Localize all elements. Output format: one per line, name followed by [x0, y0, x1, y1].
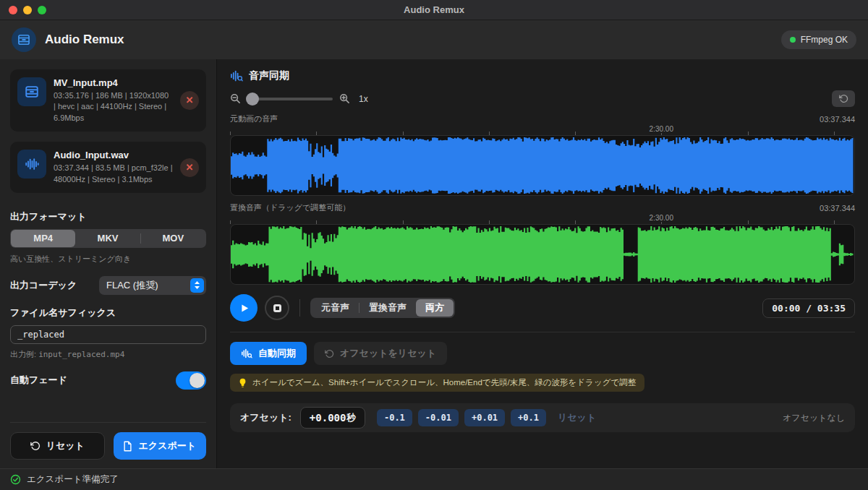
audio-file-name: Audio_Input.wav [54, 150, 173, 160]
playback-mode-segmented: 元音声 置換音声 両方 [310, 298, 455, 318]
reset-offset-icon [325, 349, 334, 358]
sync-panel-title: 音声同期 [249, 69, 289, 82]
format-option-mkv[interactable]: MKV [75, 230, 140, 247]
file-card-audio: Audio_Input.wav 03:37.344 | 83.5 MB | pc… [10, 142, 206, 193]
play-icon [239, 303, 250, 314]
titlebar: Audio Remux [0, 0, 868, 20]
tip-text: ホイールでズーム、Shift+ホイールでスクロール、Home/Endで先頭/末尾… [252, 377, 636, 388]
timeline-ruler-replacement: 2:30.00 [230, 213, 855, 224]
original-track-label: 元動画の音声 [230, 113, 278, 124]
output-format-segmented: MP4 MKV MOV [10, 229, 206, 248]
select-stepper-icon [190, 278, 204, 293]
format-hint: 高い互換性、ストリーミング向き [10, 254, 206, 265]
waveform-replacement[interactable] [230, 224, 855, 285]
output-example-value: input_replaced.mp4 [38, 350, 124, 359]
format-option-mp4[interactable]: MP4 [11, 230, 75, 247]
offset-step-plus-0-1[interactable]: +0.1 [511, 409, 546, 426]
auto-sync-button[interactable]: 自動同期 [230, 342, 307, 365]
original-track-duration: 03:37.344 [820, 115, 855, 124]
reset-offset-button[interactable]: オフセットをリセット [314, 342, 447, 365]
format-option-mov[interactable]: MOV [141, 230, 205, 247]
suffix-input[interactable] [10, 325, 206, 344]
zoom-out-icon[interactable] [230, 93, 241, 104]
playback-time: 00:00 / 03:35 [762, 298, 855, 318]
auto-fade-label: 自動フェード [10, 374, 67, 387]
app-logo-icon [12, 27, 36, 52]
tip-banner: ホイールでズーム、Shift+ホイールでスクロール、Home/Endで先頭/末尾… [230, 374, 644, 392]
film-icon [17, 77, 46, 106]
codec-label: 出力コーデック [10, 279, 77, 292]
window-title: Audio Remux [0, 4, 868, 15]
export-button[interactable]: エクスポート [114, 432, 207, 460]
stop-icon [273, 304, 281, 312]
zoom-slider[interactable] [247, 98, 333, 100]
reset-zoom-button[interactable] [832, 90, 855, 107]
offset-bar: オフセット: +0.000 秒 -0.1 -0.01 +0.01 +0.1 リセ… [230, 403, 855, 432]
offset-step-minus-0-1[interactable]: -0.1 [377, 409, 412, 426]
audio-sync-icon [230, 70, 243, 82]
waveform-icon [17, 150, 46, 179]
waveform-original[interactable] [230, 135, 855, 196]
stop-button[interactable] [265, 296, 289, 320]
mode-replacement[interactable]: 置換音声 [359, 299, 416, 317]
zoom-level-label: 1x [359, 94, 368, 104]
audio-file-meta: 03:37.344 | 83.5 MB | pcm_f32le | 48000H… [54, 163, 173, 185]
video-file-meta: 03:35.176 | 186 MB | 1920x1080 | hevc | … [54, 90, 173, 124]
remove-video-button[interactable]: ✕ [180, 91, 199, 110]
offset-status-text: オフセットなし [783, 412, 845, 424]
sync-panel: 音声同期 1x [217, 59, 868, 468]
zoom-slider-thumb[interactable] [246, 93, 259, 106]
status-text: エクスポート準備完了 [27, 473, 118, 486]
codec-selected-value: FLAC (推奨) [106, 279, 190, 292]
mode-both[interactable]: 両方 [416, 299, 454, 317]
export-file-icon [123, 441, 132, 452]
sidebar: MV_Input.mp4 03:35.176 | 186 MB | 1920x1… [0, 59, 217, 468]
replacement-track-duration: 03:37.344 [820, 204, 855, 212]
reset-button[interactable]: リセット [10, 432, 105, 460]
codec-select[interactable]: FLAC (推奨) [99, 276, 206, 295]
check-circle-icon [10, 474, 21, 485]
mode-original[interactable]: 元音声 [312, 299, 359, 317]
reset-view-icon [839, 94, 848, 103]
reset-icon [30, 441, 41, 451]
ffmpeg-status-label: FFmpeg OK [801, 35, 848, 45]
offset-reset-link[interactable]: リセット [558, 411, 596, 424]
app-header: Audio Remux FFmpeg OK [0, 20, 868, 59]
status-ok-dot [790, 37, 796, 43]
suffix-label: ファイル名サフィックス [10, 306, 206, 319]
offset-value-display: +0.000 秒 [300, 407, 365, 429]
lightbulb-icon [239, 378, 247, 388]
ffmpeg-status-badge: FFmpeg OK [781, 30, 856, 49]
auto-fade-toggle[interactable] [176, 371, 206, 390]
video-file-name: MV_Input.mp4 [54, 77, 173, 88]
app-title: Audio Remux [45, 33, 124, 47]
play-button[interactable] [230, 294, 258, 322]
replacement-track-label: 置換音声（ドラッグで調整可能） [230, 202, 350, 213]
offset-step-minus-0-01[interactable]: -0.01 [418, 409, 459, 426]
zoom-in-icon[interactable] [339, 93, 350, 104]
offset-label: オフセット: [240, 411, 292, 424]
file-card-video: MV_Input.mp4 03:35.176 | 186 MB | 1920x1… [10, 69, 206, 132]
status-bar: エクスポート準備完了 [0, 468, 868, 490]
timeline-ruler-original: 2:30.00 [230, 124, 855, 135]
auto-sync-icon [241, 348, 252, 358]
remove-audio-button[interactable]: ✕ [180, 158, 199, 177]
output-format-label: 出力フォーマット [10, 210, 206, 223]
offset-step-plus-0-01[interactable]: +0.01 [464, 409, 505, 426]
output-example-label: 出力例: [10, 350, 36, 358]
